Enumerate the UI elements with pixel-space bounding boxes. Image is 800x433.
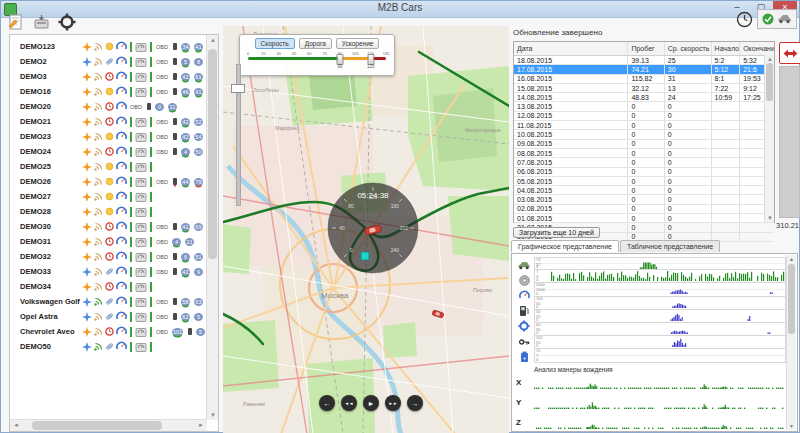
sun-status-icon — [105, 132, 114, 141]
device-scale-icon — [135, 251, 147, 263]
trip-row[interactable]: 09.08.201500 — [514, 140, 774, 149]
vehicle-row[interactable]: DEMO28 — [10, 204, 218, 219]
trip-cell — [712, 214, 741, 222]
map-view[interactable]: ДегуниноЛихоборыМарфиноМетрогородокПеров… — [223, 26, 509, 433]
trip-cell: 18.08.2015 — [514, 56, 628, 64]
vehicle-row[interactable]: DEMO2 OBD5816 — [10, 54, 218, 69]
status-bar-green — [150, 222, 152, 232]
trip-row[interactable]: 01.08.201500 — [514, 214, 774, 223]
vehicle-name: Opel Astra — [10, 312, 82, 321]
gps-star-icon — [82, 282, 92, 292]
vehicle-row[interactable]: DEMO30 OBD416950 — [10, 219, 218, 234]
step-back-button[interactable]: ← — [319, 395, 335, 411]
vehicle-row[interactable]: DEMO27 — [10, 189, 218, 204]
trip-row[interactable]: 06.08.201500 — [514, 168, 774, 177]
trip-cell: 0 — [628, 214, 664, 222]
device-button[interactable] — [31, 12, 51, 32]
report-button[interactable] — [5, 12, 25, 32]
vehicle-row[interactable]: DEMO32 OBD651 — [10, 249, 218, 264]
vehicle-row[interactable]: Opel Astra OBD62522 — [10, 309, 218, 324]
trip-row[interactable]: 16.08.2015115.82318:119:53 — [514, 75, 774, 84]
status-bar-green — [130, 312, 132, 322]
vehicle-row[interactable]: DEMO24 OBD450 — [10, 144, 218, 159]
vehicle-row[interactable]: DEMO3 OBD426129 — [10, 69, 218, 84]
step-forward-button[interactable]: → — [407, 395, 423, 411]
vehicle-row[interactable]: DEMO26 OBD4479 — [10, 174, 218, 189]
panel-scrollbar[interactable] — [779, 66, 800, 218]
vehicle-row[interactable]: DEMO16 OBD4641 — [10, 84, 218, 99]
trip-row[interactable]: 02.08.201500 — [514, 205, 774, 214]
vehicle-name: DEMO30 — [10, 222, 82, 231]
trip-row[interactable]: 07.08.201500 — [514, 158, 774, 167]
vehicle-row[interactable]: DEMO34 — [10, 279, 218, 294]
vehicle-row[interactable]: Chevrolet Aveo OBD101599 — [10, 324, 218, 339]
vehicle-row[interactable]: DEMO50 — [10, 339, 218, 354]
trip-row[interactable]: 05.08.201500 — [514, 177, 774, 186]
map-mode-button-ускорение[interactable]: Ускорение — [336, 38, 380, 49]
swap-panels-button[interactable] — [779, 42, 800, 64]
map-zoom-slider[interactable] — [231, 64, 243, 206]
vehicle-row[interactable]: Volkswagen Golf OBD586347 — [10, 294, 218, 309]
trip-row[interactable]: 12.08.201500 — [514, 112, 774, 121]
trip-row[interactable]: 17.08.201574.21305:1221:6 — [514, 65, 774, 74]
trip-row[interactable]: 11.08.201500 — [514, 121, 774, 130]
svg-text:200: 200 — [400, 225, 409, 231]
load-more-button[interactable]: Загрузить еще 10 дней — [513, 227, 600, 238]
trip-row[interactable]: 04.08.201500 — [514, 186, 774, 195]
vehicle-name: DEMO31 — [10, 237, 82, 246]
tab-graphic-view[interactable]: Графическое представление — [511, 240, 619, 252]
speed-range-slider[interactable]: 0153045607590105120135 90 120 — [248, 51, 386, 69]
vehicle-row[interactable]: DEMO31 OBD421 — [10, 234, 218, 249]
green-check-icon[interactable] — [762, 13, 774, 25]
device-scale-icon — [135, 206, 147, 218]
vehicle-name: DEMO16 — [10, 87, 82, 96]
vehicle-list-horizontal-scrollbar[interactable]: ◄ ► — [10, 419, 207, 431]
settings-button[interactable] — [57, 12, 77, 32]
trip-cell: 14.08.2015 — [514, 93, 628, 101]
column-header[interactable]: Окончание — [740, 42, 774, 55]
speed-low-value: 90 — [337, 64, 342, 69]
trip-cell: 0 — [665, 177, 712, 185]
play-button[interactable]: ► — [363, 395, 379, 411]
trip-row[interactable]: 15.08.201532.12137:229:12 — [514, 84, 774, 93]
trip-row[interactable]: 03.08.201500 — [514, 195, 774, 204]
trip-row[interactable]: 13.08.201500 — [514, 102, 774, 111]
map-mode-button-дорога[interactable]: Дорога — [299, 38, 332, 49]
car-icon[interactable] — [777, 14, 792, 24]
trip-cell: 13.08.2015 — [514, 102, 628, 110]
stat-badge: 79 — [194, 178, 203, 186]
vehicle-row[interactable]: DEMO23 OBD4254 — [10, 129, 218, 144]
vehicle-row[interactable]: DEMO20 OBD011 — [10, 99, 218, 114]
stat-mini-icon — [147, 103, 151, 110]
stat-mini-icon — [173, 118, 177, 125]
column-header[interactable]: Начало — [712, 42, 741, 55]
speed-tick-label: 75 — [322, 51, 326, 56]
column-header[interactable]: Пробег — [628, 42, 664, 55]
stat-badge: 5 — [181, 58, 190, 66]
status-bar-green — [150, 207, 152, 217]
map-zoom-handle[interactable] — [231, 84, 245, 93]
vehicle-row[interactable]: DEMO123 OBD3441 — [10, 39, 218, 54]
trip-cell: 8:1 — [712, 75, 741, 83]
vehicle-row[interactable]: DEMO25 — [10, 159, 218, 174]
trip-cell — [712, 130, 741, 138]
tab-table-view[interactable]: Табличное представление — [620, 240, 720, 252]
map-mode-button-скорость[interactable]: Скорость — [255, 38, 295, 49]
trips-table-scrollbar[interactable]: ▲ ▼ — [764, 55, 774, 222]
column-header[interactable]: Ср. скорость — [665, 42, 712, 55]
rewind-button[interactable]: ◄◄ — [341, 395, 357, 411]
vehicle-list-vertical-scrollbar[interactable]: ▲ ▼ — [206, 35, 218, 420]
vehicle-row[interactable]: DEMO21 OBD4252 — [10, 114, 218, 129]
graph-panel-scrollbar[interactable]: ▲ ▼ — [786, 255, 796, 430]
clock-icon[interactable] — [736, 11, 753, 28]
trip-cell: 0 — [665, 121, 712, 129]
trip-row[interactable]: 08.08.201500 — [514, 149, 774, 158]
fast-forward-button[interactable]: ►► — [385, 395, 401, 411]
vehicle-name: DEMO23 — [10, 132, 82, 141]
main-toolbar — [5, 12, 77, 32]
trip-row[interactable]: 10.08.201500 — [514, 130, 774, 139]
trip-row[interactable]: 18.08.201539.13255:25:32 — [514, 56, 774, 65]
column-header[interactable]: Дата — [514, 42, 628, 55]
trip-row[interactable]: 14.08.201548.832410:5917:25 — [514, 93, 774, 102]
vehicle-row[interactable]: DEMO33 OBD429 — [10, 264, 218, 279]
